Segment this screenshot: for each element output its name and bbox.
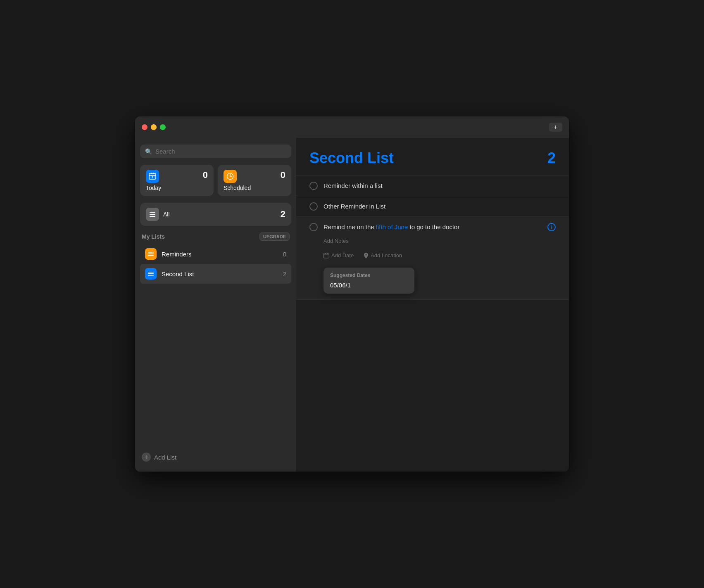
today-icon: 9 — [146, 170, 159, 183]
svg-rect-13 — [148, 255, 154, 256]
reminder-checkbox-3[interactable] — [309, 223, 318, 231]
add-location-label: Add Location — [371, 252, 402, 258]
reminder-text-suffix-3: to go to the doctor — [408, 223, 459, 230]
suggested-dates-title: Suggested Dates — [330, 273, 408, 278]
sidebar-item-reminders[interactable]: Reminders 0 — [140, 244, 291, 264]
all-card[interactable]: All 2 — [140, 203, 291, 226]
suggested-dates-popup: Suggested Dates 05/06/1 — [323, 268, 414, 294]
add-button[interactable]: + — [549, 123, 562, 132]
my-lists-header: My Lists UPGRADE — [140, 232, 291, 241]
svg-rect-15 — [148, 273, 154, 274]
add-list-button[interactable]: + Add List — [142, 453, 290, 462]
reminder-row-3: Remind me on the fifth of June to go to … — [309, 223, 556, 231]
maximize-button[interactable] — [160, 124, 166, 130]
search-icon: 🔍 — [145, 148, 152, 155]
svg-rect-16 — [148, 275, 154, 276]
svg-rect-19 — [327, 253, 328, 254]
add-date-button[interactable]: Add Date — [323, 252, 354, 258]
svg-rect-17 — [324, 253, 329, 258]
reminders-list: Reminder within a list Other Reminder in… — [296, 175, 569, 472]
traffic-lights — [142, 124, 166, 130]
svg-rect-11 — [148, 252, 154, 253]
my-lists-label: My Lists — [142, 233, 165, 240]
scheduled-label: Scheduled — [224, 185, 285, 191]
today-card[interactable]: 9 0 Today — [140, 165, 214, 196]
panel-count: 2 — [547, 149, 556, 167]
reminder-text-2[interactable]: Other Reminder in List — [323, 202, 556, 211]
close-button[interactable] — [142, 124, 147, 130]
panel-header: Second List 2 — [296, 138, 569, 175]
svg-rect-1 — [151, 173, 152, 174]
sidebar: 🔍 9 — [135, 138, 296, 472]
reminders-icon — [145, 248, 157, 260]
reminders-count: 0 — [283, 251, 286, 258]
minimize-button[interactable] — [151, 124, 157, 130]
second-list-name: Second List — [162, 270, 278, 277]
sidebar-footer: + Add List — [140, 449, 291, 465]
add-location-button[interactable]: Add Location — [364, 252, 402, 258]
add-notes-3[interactable]: Add Notes — [323, 238, 349, 244]
all-card-left: All — [146, 208, 170, 221]
scheduled-icon — [224, 170, 237, 183]
svg-rect-10 — [150, 216, 155, 217]
all-count: 2 — [281, 209, 285, 220]
smart-lists: 9 0 Today — [140, 165, 291, 196]
suggested-date-item-0[interactable]: 05/06/1 — [330, 282, 408, 289]
reminder-toolbar-3: Add Date Add Location — [323, 252, 402, 258]
sidebar-item-second-list[interactable]: Second List 2 — [140, 264, 291, 284]
scheduled-card[interactable]: 0 Scheduled — [218, 165, 291, 196]
main-panel: Second List 2 Reminder within a list Oth… — [296, 138, 569, 472]
reminder-text-highlight-3: fifth of June — [376, 223, 408, 230]
info-button-3[interactable]: i — [547, 223, 556, 231]
second-list-count: 2 — [283, 270, 286, 277]
svg-rect-9 — [150, 214, 155, 215]
svg-rect-12 — [148, 254, 154, 254]
app-window: + 🔍 — [135, 116, 569, 472]
reminder-item-3: Remind me on the fifth of June to go to … — [296, 217, 569, 300]
scheduled-count: 0 — [281, 170, 285, 180]
reminder-text-1[interactable]: Reminder within a list — [323, 181, 556, 190]
reminder-item-2: Other Reminder in List — [296, 196, 569, 217]
reminder-text-3[interactable]: Remind me on the fifth of June to go to … — [323, 223, 542, 231]
today-count: 0 — [203, 170, 208, 180]
today-label: Today — [146, 185, 208, 191]
all-icon — [146, 208, 159, 221]
reminders-name: Reminders — [162, 251, 278, 258]
search-bar[interactable]: 🔍 — [140, 145, 291, 158]
svg-rect-8 — [150, 212, 155, 213]
add-list-icon: + — [142, 453, 151, 462]
panel-title: Second List — [309, 149, 394, 167]
reminder-text-prefix-3: Remind me on the — [323, 223, 376, 230]
second-list-icon — [145, 268, 157, 280]
reminder-checkbox-1[interactable] — [309, 182, 318, 190]
all-label: All — [163, 211, 170, 218]
reminder-checkbox-2[interactable] — [309, 202, 318, 211]
main-content: 🔍 9 — [135, 138, 569, 472]
svg-rect-14 — [148, 272, 154, 273]
svg-rect-2 — [153, 173, 154, 174]
svg-text:9: 9 — [152, 176, 153, 179]
svg-rect-20 — [324, 254, 329, 255]
add-date-label: Add Date — [331, 252, 354, 258]
add-list-label: Add List — [154, 454, 176, 461]
search-input[interactable] — [155, 148, 286, 155]
title-bar: + — [135, 116, 569, 138]
svg-rect-18 — [325, 253, 326, 254]
upgrade-badge[interactable]: UPGRADE — [259, 232, 290, 241]
reminder-item-1: Reminder within a list — [296, 175, 569, 196]
